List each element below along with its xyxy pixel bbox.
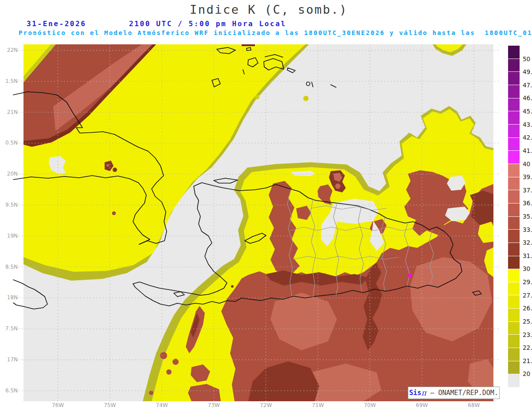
lat-label: 18N: [1, 294, 18, 301]
lat-label: 21N: [1, 109, 18, 115]
lon-label: 75W: [101, 402, 119, 408]
colorbar-cell: [508, 177, 520, 191]
colorbar-tick-label: 47.8: [523, 82, 532, 89]
colorbar-tick-label: 26.5: [523, 305, 532, 312]
lat-label: 7.5N: [1, 325, 18, 332]
weather-map-page: Indice K (C, somb.) 31-Ene-2026 2100 UTC…: [0, 0, 532, 411]
colorbar-cell: [508, 46, 520, 59]
colorbar-cell: [508, 138, 520, 151]
colorbar-tick-label: 21.3: [523, 357, 532, 364]
colorbar-tick-label: 35.2: [523, 213, 532, 220]
colorbar-cell: [508, 282, 520, 296]
colorbar-cell: [508, 361, 520, 375]
colorbar-cell: [508, 190, 520, 204]
colorbar-tick-label: 37.8: [523, 187, 532, 194]
contour-fill-layer: [23, 44, 493, 401]
colorbar-cell: [508, 217, 520, 230]
colorbar-tick-label: 33.9: [523, 226, 532, 233]
station-marker: [408, 274, 412, 278]
lat-label: 19N: [1, 233, 18, 239]
colorbar-tick-label: 27.8: [523, 292, 532, 299]
colorbar-tick-label: 50: [523, 55, 530, 63]
colorbar-tick-label: 22.6: [523, 344, 532, 351]
colorbar-tick-label: 43.9: [523, 121, 532, 128]
colorbar-cell: [508, 85, 520, 98]
colorbar-tick-label: 42.6: [523, 134, 532, 141]
colorbar-cell: [508, 243, 520, 256]
watermark-brand: Sis: [409, 389, 421, 397]
colorbar-cell: [508, 125, 520, 138]
colorbar-tick-label: 49.1: [523, 68, 532, 75]
colorbar-cell: [508, 230, 520, 243]
colorbar-tick-label: 25.2: [523, 318, 532, 325]
colorbar-tick-label: 45.2: [523, 108, 532, 115]
colorbar-cell: [508, 111, 520, 125]
colorbar-tick-label: 29.1: [523, 278, 532, 286]
watermark-text: – ONAMET/REP.DOM.: [426, 389, 498, 397]
colorbar-cell: [508, 59, 520, 72]
lat-label: 17N: [1, 356, 18, 363]
colorbar-cell: [508, 348, 520, 361]
lon-label: 72W: [257, 402, 275, 408]
lat-label: 1.5N: [1, 78, 18, 84]
colorbar-tick-label: 32.6: [523, 239, 532, 246]
colorbar-cell: [508, 309, 520, 322]
colorbar-cell: [508, 256, 520, 270]
lon-label: 69W: [413, 402, 431, 408]
k-index-map: [0, 0, 532, 411]
lon-label: 68W: [465, 402, 483, 408]
watermark-box: Sisπ – ONAMET/REP.DOM.: [408, 387, 500, 399]
colorbar-tick-label: 40: [523, 160, 530, 168]
colorbar-cell: [508, 374, 520, 387]
lat-label: 22N: [1, 47, 18, 53]
colorbar-cell: [508, 335, 520, 348]
colorbar-tick-label: 20: [523, 370, 530, 377]
lat-label: 20N: [1, 171, 18, 177]
lon-label: 74W: [153, 402, 171, 408]
lat-label: 8.5N: [1, 264, 18, 270]
colorbar-cell: [508, 322, 520, 335]
colorbar-tick-label: 31.3: [523, 252, 532, 259]
colorbar-cell: [508, 295, 520, 309]
lat-label: 0.5N: [1, 140, 18, 146]
colorbar-tick-label: 41.3: [523, 147, 532, 154]
colorbar-tick-label: 23.9: [523, 331, 532, 338]
lat-label: 9.5N: [1, 202, 18, 208]
colorbar-tick-label: 36.5: [523, 200, 532, 207]
colorbar-tick-label: 46.5: [523, 94, 532, 102]
lon-label: 76W: [49, 402, 67, 408]
watermark-pi-symbol: π: [421, 388, 426, 397]
colorbar-tick-label: 39.1: [523, 173, 532, 180]
colorbar-cell: [508, 269, 520, 282]
colorbar-cell: [508, 72, 520, 85]
lon-label: 73W: [205, 402, 223, 408]
lat-label: 6.5N: [1, 388, 18, 394]
lon-label: 70W: [361, 402, 379, 408]
colorbar-cell: [508, 98, 520, 112]
lon-label: 71W: [309, 402, 327, 408]
station-marker-small: [407, 267, 409, 269]
colorbar-tick-label: 30: [523, 265, 530, 272]
colorbar-cell: [508, 151, 520, 164]
colorbar-cell: [508, 204, 520, 217]
colorbar-cell: [508, 164, 520, 177]
colorbar: [508, 46, 520, 387]
